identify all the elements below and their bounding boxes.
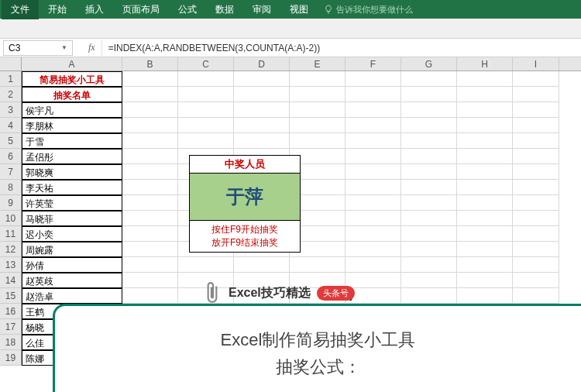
row-header[interactable]: 1 bbox=[0, 71, 22, 87]
cell[interactable] bbox=[457, 180, 513, 195]
cell[interactable] bbox=[513, 71, 559, 87]
cell[interactable] bbox=[122, 118, 178, 133]
cell[interactable] bbox=[457, 149, 513, 164]
cell[interactable]: 许英莹 bbox=[22, 195, 122, 211]
cell[interactable] bbox=[513, 273, 559, 288]
cell[interactable] bbox=[122, 133, 178, 149]
cell[interactable]: 抽奖名单 bbox=[22, 87, 122, 102]
cell[interactable] bbox=[401, 195, 457, 211]
cell[interactable] bbox=[346, 133, 401, 149]
cell[interactable] bbox=[290, 118, 346, 133]
cell[interactable] bbox=[346, 211, 401, 226]
cell[interactable] bbox=[513, 118, 559, 133]
tab-formulas[interactable]: 公式 bbox=[169, 0, 206, 19]
cell[interactable] bbox=[178, 87, 234, 102]
cell[interactable] bbox=[290, 102, 346, 118]
col-header[interactable]: E bbox=[290, 57, 346, 70]
cell[interactable] bbox=[122, 226, 178, 242]
cell[interactable] bbox=[346, 164, 401, 180]
col-header[interactable]: G bbox=[401, 57, 457, 70]
cell[interactable] bbox=[290, 257, 346, 273]
cell[interactable] bbox=[178, 118, 234, 133]
col-header[interactable]: B bbox=[122, 57, 178, 70]
cell[interactable] bbox=[401, 242, 457, 257]
col-header[interactable]: C bbox=[178, 57, 234, 70]
tab-home[interactable]: 开始 bbox=[39, 0, 76, 19]
cell[interactable]: 迟小奕 bbox=[22, 226, 122, 242]
col-header[interactable]: F bbox=[346, 57, 401, 70]
cell[interactable] bbox=[122, 242, 178, 257]
cell[interactable] bbox=[122, 180, 178, 195]
cell[interactable]: 赵浩卓 bbox=[22, 288, 122, 304]
cell[interactable] bbox=[457, 211, 513, 226]
row-header[interactable]: 14 bbox=[0, 273, 22, 288]
cell[interactable] bbox=[234, 102, 290, 118]
cell[interactable] bbox=[346, 180, 401, 195]
col-header[interactable]: H bbox=[457, 57, 513, 70]
cell[interactable] bbox=[122, 195, 178, 211]
cell[interactable] bbox=[122, 102, 178, 118]
cell[interactable] bbox=[457, 226, 513, 242]
cell[interactable] bbox=[401, 211, 457, 226]
cell[interactable] bbox=[122, 164, 178, 180]
formula-bar[interactable]: =INDEX(A:A,RANDBETWEEN(3,COUNTA(A:A)-2)) bbox=[101, 40, 581, 56]
row-header[interactable]: 19 bbox=[0, 350, 22, 366]
cell[interactable] bbox=[234, 87, 290, 102]
cell[interactable] bbox=[178, 257, 234, 273]
cell[interactable]: 赵英歧 bbox=[22, 273, 122, 288]
row-header[interactable]: 3 bbox=[0, 102, 22, 118]
cell[interactable] bbox=[457, 257, 513, 273]
cell[interactable] bbox=[457, 102, 513, 118]
row-header[interactable]: 8 bbox=[0, 180, 22, 195]
row-header[interactable]: 16 bbox=[0, 304, 22, 319]
tab-review[interactable]: 审阅 bbox=[243, 0, 280, 19]
row-header[interactable]: 4 bbox=[0, 118, 22, 133]
cell[interactable] bbox=[513, 195, 559, 211]
cell[interactable] bbox=[401, 288, 457, 304]
cell[interactable] bbox=[513, 226, 559, 242]
cell[interactable] bbox=[122, 273, 178, 288]
cell[interactable] bbox=[401, 87, 457, 102]
cell[interactable] bbox=[346, 87, 401, 102]
row-header[interactable]: 7 bbox=[0, 164, 22, 180]
cell[interactable] bbox=[401, 180, 457, 195]
row-header[interactable]: 2 bbox=[0, 87, 22, 102]
cell[interactable] bbox=[401, 102, 457, 118]
cell[interactable] bbox=[346, 149, 401, 164]
cell[interactable] bbox=[234, 118, 290, 133]
cell[interactable] bbox=[401, 149, 457, 164]
tab-file[interactable]: 文件 bbox=[2, 0, 39, 19]
cell[interactable] bbox=[401, 133, 457, 149]
cell[interactable] bbox=[401, 257, 457, 273]
cell[interactable] bbox=[457, 118, 513, 133]
cell[interactable] bbox=[234, 71, 290, 87]
cell[interactable] bbox=[457, 242, 513, 257]
cell[interactable] bbox=[513, 257, 559, 273]
cell[interactable] bbox=[290, 71, 346, 87]
fx-button[interactable]: fx bbox=[88, 42, 95, 53]
cell[interactable] bbox=[346, 102, 401, 118]
cell[interactable]: 李天祐 bbox=[22, 180, 122, 195]
cell[interactable] bbox=[457, 288, 513, 304]
tab-insert[interactable]: 插入 bbox=[76, 0, 113, 19]
cell[interactable] bbox=[513, 87, 559, 102]
select-all-corner[interactable] bbox=[0, 57, 22, 70]
cell[interactable] bbox=[122, 71, 178, 87]
cell[interactable] bbox=[178, 71, 234, 87]
row-header[interactable]: 6 bbox=[0, 149, 22, 164]
cell[interactable]: 马晓菲 bbox=[22, 211, 122, 226]
cell[interactable] bbox=[401, 118, 457, 133]
cell[interactable]: 孟侣彤 bbox=[22, 149, 122, 164]
name-box[interactable]: C3 ▼ bbox=[3, 40, 73, 56]
cell[interactable]: 李朋林 bbox=[22, 118, 122, 133]
col-header[interactable]: I bbox=[513, 57, 559, 70]
row-header[interactable]: 13 bbox=[0, 257, 22, 273]
cell[interactable] bbox=[457, 87, 513, 102]
cell[interactable] bbox=[122, 211, 178, 226]
cell[interactable] bbox=[122, 288, 178, 304]
cell[interactable] bbox=[290, 87, 346, 102]
chevron-down-icon[interactable]: ▼ bbox=[61, 44, 67, 51]
row-header[interactable]: 17 bbox=[0, 319, 22, 335]
cell[interactable] bbox=[401, 71, 457, 87]
cell[interactable] bbox=[122, 87, 178, 102]
